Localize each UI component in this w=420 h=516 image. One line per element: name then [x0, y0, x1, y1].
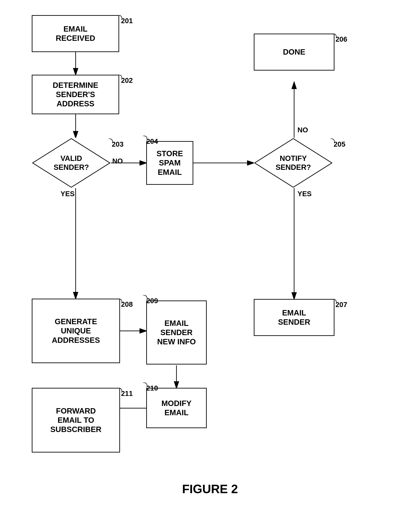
node-notify-sender-label: NOTIFY SENDER?	[276, 154, 311, 172]
tag-203-curve	[108, 139, 117, 145]
node-notify-sender: NOTIFY SENDER?	[254, 138, 333, 188]
node-email-received: EMAIL RECEIVED	[32, 15, 119, 52]
arrow-label-no2: NO	[298, 126, 308, 134]
tag-209-curve	[143, 295, 151, 302]
node-valid-sender-label: VALID SENDER?	[54, 154, 89, 172]
node-email-sender-new-info-label: EMAIL SENDER NEW INFO	[157, 319, 196, 346]
tag-208-curve	[118, 299, 126, 305]
node-store-spam-label: STORE SPAM EMAIL	[147, 149, 193, 177]
arrow-label-yes1: YES	[60, 190, 75, 198]
tag-211-curve	[118, 388, 126, 395]
node-generate-unique: GENERATE UNIQUE ADDRESSES	[32, 299, 120, 363]
node-email-sender-new-info: EMAIL SENDER NEW INFO	[146, 301, 207, 364]
node-store-spam: STORE SPAM EMAIL	[146, 141, 193, 185]
node-email-received-label: EMAIL RECEIVED	[56, 24, 95, 43]
node-email-sender-label: EMAIL SENDER	[278, 308, 310, 327]
arrow-label-yes2: YES	[298, 190, 312, 198]
tag-204-curve	[143, 136, 151, 142]
tag-201-curve	[118, 15, 126, 22]
node-done-label: DONE	[283, 47, 305, 57]
figure-title: FIGURE 2	[0, 482, 420, 496]
tag-205-curve	[330, 139, 339, 145]
node-done: DONE	[254, 34, 334, 71]
node-email-sender: EMAIL SENDER	[254, 299, 334, 336]
node-modify-email: MODIFY EMAIL	[146, 388, 207, 428]
node-determine-sender: DETERMINE SENDER'S ADDRESS	[32, 75, 119, 114]
node-forward-email-label: FORWARD EMAIL TO SUBSCRIBER	[50, 406, 101, 434]
flowchart-diagram: EMAIL RECEIVED 201 DETERMINE SENDER'S AD…	[0, 0, 420, 516]
node-generate-unique-label: GENERATE UNIQUE ADDRESSES	[52, 317, 100, 345]
tag-202-curve	[118, 75, 126, 81]
tag-206-curve	[332, 34, 340, 40]
node-valid-sender: VALID SENDER?	[32, 138, 111, 188]
node-modify-email-label: MODIFY EMAIL	[162, 399, 192, 417]
tag-210-curve	[143, 383, 151, 389]
arrow-label-no1: NO	[112, 157, 123, 165]
tag-207-curve	[332, 299, 340, 306]
node-forward-email: FORWARD EMAIL TO SUBSCRIBER	[32, 388, 120, 452]
node-determine-sender-label: DETERMINE SENDER'S ADDRESS	[53, 81, 98, 109]
